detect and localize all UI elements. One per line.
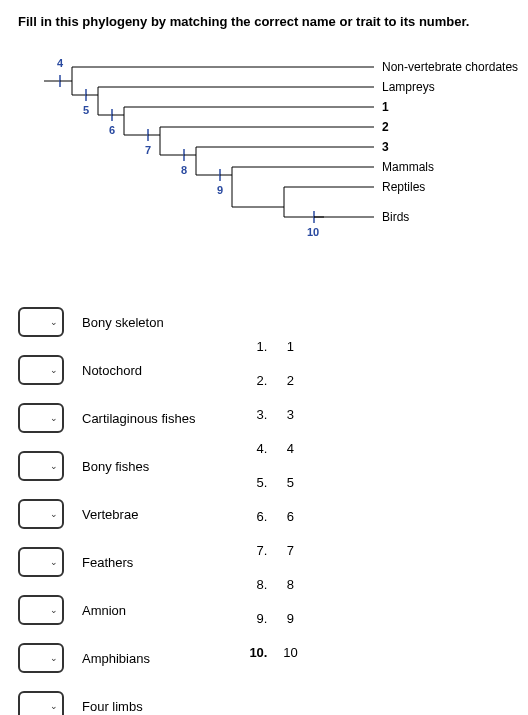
key-row: 4.4: [235, 441, 305, 456]
key-row: 5.5: [235, 475, 305, 490]
trait-select-bony-skeleton[interactable]: [18, 307, 64, 337]
answer-key-column: 1.1 2.2 3.3 4.4 5.5 6.6 7.7 8.8 9.9 10.1…: [235, 307, 305, 715]
key-row: 7.7: [235, 543, 305, 558]
key-row: 1.1: [235, 339, 305, 354]
trait-row-vertebrae: ⌄ Vertebrae: [18, 499, 195, 529]
key-val: 6: [275, 509, 305, 524]
trait-select-feathers[interactable]: [18, 547, 64, 577]
key-row: 2.2: [235, 373, 305, 388]
key-num: 1.: [235, 339, 267, 354]
key-num: 5.: [235, 475, 267, 490]
tip-1: 1: [382, 100, 389, 114]
phylogeny-diagram: Non-vertebrate chordates Lampreys 1 2 3 …: [24, 47, 504, 267]
trait-row-bony-skeleton: ⌄ Bony skeleton: [18, 307, 195, 337]
trait-row-cartilaginous-fishes: ⌄ Cartilaginous fishes: [18, 403, 195, 433]
tip-mammals: Mammals: [382, 160, 434, 174]
key-num: 3.: [235, 407, 267, 422]
trait-label: Cartilaginous fishes: [82, 411, 195, 426]
trait-label: Bony fishes: [82, 459, 149, 474]
node-7: 7: [145, 144, 151, 156]
key-val: 10: [275, 645, 305, 660]
matching-section: ⌄ Bony skeleton ⌄ Notochord ⌄ Cartilagin…: [18, 307, 510, 715]
trait-select-amphibians[interactable]: [18, 643, 64, 673]
key-row: 9.9: [235, 611, 305, 626]
trait-row-notochord: ⌄ Notochord: [18, 355, 195, 385]
trait-select-cartilaginous-fishes[interactable]: [18, 403, 64, 433]
key-val: 1: [275, 339, 305, 354]
trait-select-bony-fishes[interactable]: [18, 451, 64, 481]
trait-row-feathers: ⌄ Feathers: [18, 547, 195, 577]
trait-select-notochord[interactable]: [18, 355, 64, 385]
key-val: 4: [275, 441, 305, 456]
trait-label: Four limbs: [82, 699, 143, 714]
trait-label: Amnion: [82, 603, 126, 618]
tip-lampreys: Lampreys: [382, 80, 435, 94]
node-5: 5: [83, 104, 89, 116]
key-val: 2: [275, 373, 305, 388]
trait-label: Amphibians: [82, 651, 150, 666]
key-num: 7.: [235, 543, 267, 558]
key-row: 3.3: [235, 407, 305, 422]
node-8: 8: [181, 164, 187, 176]
trait-row-four-limbs: ⌄ Four limbs: [18, 691, 195, 715]
key-val: 9: [275, 611, 305, 626]
node-6: 6: [109, 124, 115, 136]
key-num: 10.: [235, 645, 267, 660]
trait-label: Vertebrae: [82, 507, 138, 522]
trait-select-four-limbs[interactable]: [18, 691, 64, 715]
tip-2: 2: [382, 120, 389, 134]
tip-birds: Birds: [382, 210, 409, 224]
tip-reptiles: Reptiles: [382, 180, 425, 194]
trait-row-amnion: ⌄ Amnion: [18, 595, 195, 625]
key-row: 10.10: [235, 645, 305, 660]
trait-select-vertebrae[interactable]: [18, 499, 64, 529]
node-9: 9: [217, 184, 223, 196]
tip-3: 3: [382, 140, 389, 154]
traits-column: ⌄ Bony skeleton ⌄ Notochord ⌄ Cartilagin…: [18, 307, 195, 715]
instruction-text: Fill in this phylogeny by matching the c…: [18, 14, 510, 29]
trait-row-amphibians: ⌄ Amphibians: [18, 643, 195, 673]
key-num: 4.: [235, 441, 267, 456]
key-val: 8: [275, 577, 305, 592]
key-val: 5: [275, 475, 305, 490]
key-val: 3: [275, 407, 305, 422]
trait-label: Bony skeleton: [82, 315, 164, 330]
tip-nonvertebrate: Non-vertebrate chordates: [382, 60, 518, 74]
key-num: 8.: [235, 577, 267, 592]
key-row: 8.8: [235, 577, 305, 592]
node-10: 10: [307, 226, 319, 238]
node-4: 4: [57, 57, 63, 69]
key-row: 6.6: [235, 509, 305, 524]
trait-row-bony-fishes: ⌄ Bony fishes: [18, 451, 195, 481]
key-num: 2.: [235, 373, 267, 388]
key-num: 9.: [235, 611, 267, 626]
trait-label: Notochord: [82, 363, 142, 378]
trait-select-amnion[interactable]: [18, 595, 64, 625]
trait-label: Feathers: [82, 555, 133, 570]
key-num: 6.: [235, 509, 267, 524]
key-val: 7: [275, 543, 305, 558]
